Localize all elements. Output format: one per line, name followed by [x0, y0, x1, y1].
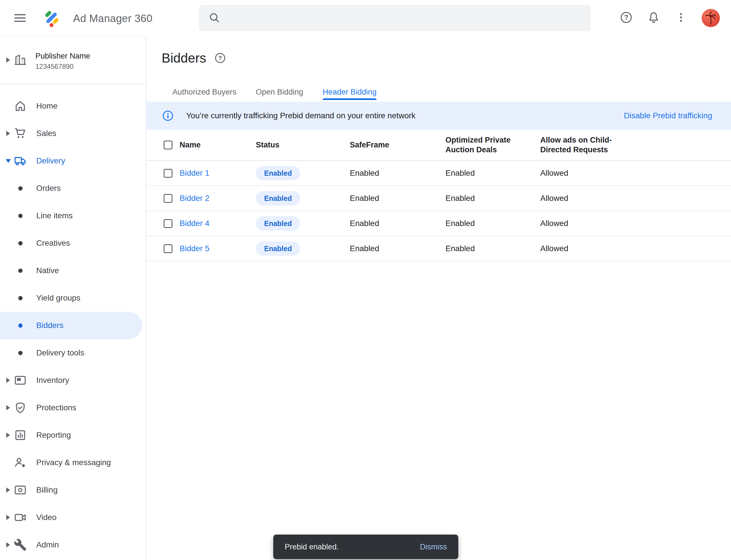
- sidebar-item-label: Delivery tools: [36, 348, 84, 357]
- sidebar-item-admin[interactable]: Admin: [0, 531, 146, 559]
- sidebar-item-label: Video: [36, 513, 57, 522]
- optimized-deals-cell: Enabled: [445, 169, 540, 178]
- hamburger-icon: [13, 21, 27, 26]
- sidebar-item-home[interactable]: Home: [0, 92, 146, 120]
- optimized-deals-cell: Enabled: [445, 194, 540, 203]
- row-checkbox[interactable]: [164, 244, 173, 253]
- sidebar-item-label: Admin: [36, 540, 59, 549]
- sidebar-nav: Home Sales Delivery Orders Line items: [0, 84, 146, 559]
- cart-icon: [14, 127, 27, 140]
- help-button[interactable]: ?: [619, 11, 633, 25]
- bidder-link[interactable]: Bidder 2: [180, 194, 209, 203]
- sidebar-item-label: Bidders: [36, 321, 63, 330]
- select-all-checkbox[interactable]: [164, 141, 173, 149]
- sidebar-item-orders[interactable]: Orders: [0, 175, 146, 202]
- sidebar-item-label: Protections: [36, 403, 76, 412]
- sidebar-item-reporting[interactable]: Reporting: [0, 421, 146, 449]
- child-directed-cell: Allowed: [540, 169, 731, 178]
- column-header-child-directed: Allow ads on Child- Directed Requests: [540, 135, 731, 155]
- bidder-link[interactable]: Bidder 1: [180, 169, 209, 177]
- sidebar-item-label: Line items: [36, 211, 73, 220]
- table-row: Bidder 5 Enabled Enabled Enabled Allowed: [147, 236, 731, 261]
- sidebar-item-inventory[interactable]: Inventory: [0, 367, 146, 394]
- child-directed-cell: Allowed: [540, 194, 731, 203]
- expand-right-icon: [6, 487, 10, 493]
- account-avatar[interactable]: [702, 9, 720, 27]
- expand-right-icon: [6, 57, 10, 63]
- sidebar-item-video[interactable]: Video: [0, 504, 146, 531]
- notifications-button[interactable]: [647, 11, 660, 25]
- video-camera-icon: [14, 511, 27, 524]
- sidebar-item-native[interactable]: Native: [0, 257, 146, 284]
- tab-authorized-buyers[interactable]: Authorized Buyers: [165, 84, 244, 100]
- bell-icon: [647, 11, 660, 25]
- tab-header-bidding[interactable]: Header Bidding: [315, 84, 384, 100]
- sidebar-item-privacy-messaging[interactable]: Privacy & messaging: [0, 449, 146, 476]
- sidebar-item-sales[interactable]: Sales: [0, 120, 146, 147]
- sidebar: Publisher Name 1234567890 Home Sales Del…: [0, 36, 146, 560]
- banner-message: You’re currently trafficking Prebid dema…: [186, 111, 415, 120]
- expand-right-icon: [6, 515, 10, 520]
- snackbar: Prebid enabled. Dismiss: [273, 535, 458, 559]
- row-checkbox[interactable]: [164, 219, 173, 228]
- row-checkbox[interactable]: [164, 194, 173, 203]
- shield-icon: [14, 401, 27, 414]
- page-help-icon[interactable]: ?: [214, 52, 226, 64]
- bidder-link[interactable]: Bidder 5: [180, 244, 209, 253]
- column-header-status: Status: [256, 141, 350, 149]
- tab-open-bidding[interactable]: Open Bidding: [249, 84, 311, 100]
- column-header-name: Name: [180, 141, 256, 149]
- page-title: Bidders: [162, 50, 206, 66]
- sidebar-item-billing[interactable]: Billing: [0, 476, 146, 504]
- svg-text:?: ?: [218, 55, 222, 62]
- sidebar-item-label: Creatives: [36, 239, 70, 248]
- sidebar-item-creatives[interactable]: Creatives: [0, 229, 146, 257]
- sidebar-item-label: Reporting: [36, 431, 71, 440]
- row-checkbox[interactable]: [164, 169, 173, 178]
- app-title: Ad Manager 360: [73, 13, 153, 25]
- person-icon: [14, 456, 27, 469]
- sidebar-item-delivery[interactable]: Delivery: [0, 147, 146, 175]
- publisher-name: Publisher Name: [35, 52, 90, 61]
- expand-right-icon: [6, 405, 10, 410]
- sidebar-item-label: Inventory: [36, 376, 69, 385]
- search-bar[interactable]: [199, 5, 591, 31]
- sidebar-item-label: Yield groups: [36, 293, 81, 303]
- info-icon: [162, 110, 174, 122]
- expand-right-icon: [6, 433, 10, 438]
- sidebar-item-line-items[interactable]: Line items: [0, 202, 146, 229]
- status-badge: Enabled: [256, 166, 300, 180]
- ad-manager-logo-icon: [42, 9, 61, 27]
- optimized-deals-cell: Enabled: [445, 219, 540, 228]
- column-header-safeframe: SafeFrame: [350, 141, 445, 149]
- sidebar-item-label: Home: [36, 101, 58, 111]
- sidebar-item-label: Billing: [36, 485, 58, 495]
- sidebar-item-label: Native: [36, 266, 59, 275]
- help-icon: ?: [620, 11, 633, 25]
- sidebar-item-yield-groups[interactable]: Yield groups: [0, 284, 146, 312]
- tab-bar: Authorized Buyers Open Bidding Header Bi…: [147, 84, 731, 100]
- search-icon: [208, 11, 220, 25]
- sidebar-item-delivery-tools[interactable]: Delivery tools: [0, 339, 146, 367]
- search-input[interactable]: [228, 13, 591, 23]
- publisher-selector[interactable]: Publisher Name 1234567890: [0, 36, 146, 84]
- svg-text:?: ?: [624, 13, 628, 21]
- more-vert-icon: [675, 11, 687, 25]
- disable-prebid-link[interactable]: Disable Prebid trafficking: [624, 111, 712, 120]
- sidebar-item-bidders[interactable]: Bidders: [0, 312, 142, 339]
- sidebar-item-protections[interactable]: Protections: [0, 394, 146, 421]
- bidder-link[interactable]: Bidder 4: [180, 219, 209, 228]
- menu-button[interactable]: [13, 11, 27, 25]
- sidebar-item-label: Sales: [36, 129, 56, 138]
- status-badge: Enabled: [256, 216, 300, 231]
- sidebar-item-label: Delivery: [36, 156, 65, 165]
- page-header: Bidders ?: [147, 36, 731, 66]
- snackbar-dismiss-button[interactable]: Dismiss: [420, 543, 447, 551]
- safeframe-cell: Enabled: [350, 244, 445, 253]
- table-header-row: Name Status SafeFrame Optimized Private …: [147, 130, 731, 161]
- bullet-icon: [18, 296, 23, 300]
- inventory-icon: [14, 374, 27, 387]
- status-badge: Enabled: [256, 191, 300, 205]
- overflow-menu-button[interactable]: [674, 11, 688, 25]
- expand-right-icon: [6, 542, 10, 547]
